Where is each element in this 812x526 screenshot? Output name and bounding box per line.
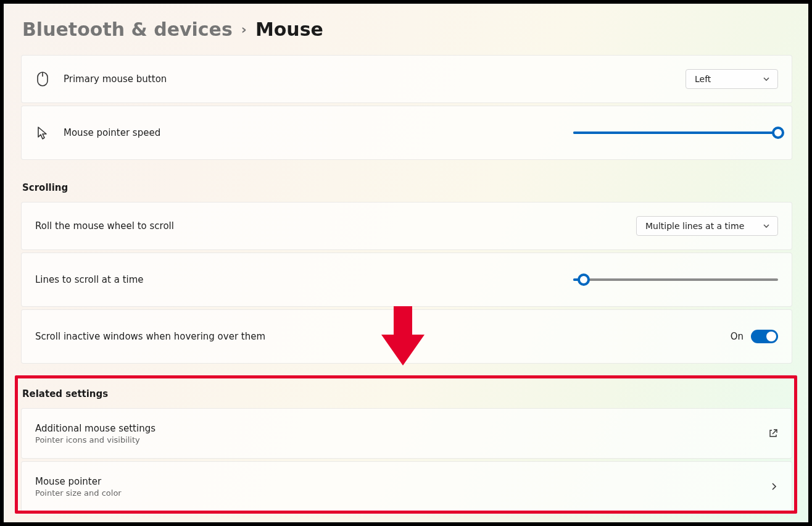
page-title: Mouse bbox=[255, 19, 323, 40]
section-header-scrolling: Scrolling bbox=[22, 182, 792, 193]
setting-label: Scroll inactive windows when hovering ov… bbox=[35, 331, 717, 342]
chevron-down-icon bbox=[763, 75, 770, 83]
breadcrumb-parent[interactable]: Bluetooth & devices bbox=[22, 19, 233, 40]
slider-thumb[interactable] bbox=[772, 127, 784, 139]
chevron-right-icon bbox=[769, 482, 778, 491]
link-title: Mouse pointer bbox=[35, 476, 122, 487]
breadcrumb: Bluetooth & devices › Mouse bbox=[21, 19, 792, 40]
setting-primary-mouse-button: Primary mouse button Left bbox=[21, 55, 792, 103]
related-mouse-pointer[interactable]: Mouse pointer Pointer size and color bbox=[21, 461, 792, 512]
dropdown-value: Left bbox=[695, 74, 711, 84]
setting-label: Roll the mouse wheel to scroll bbox=[35, 220, 623, 232]
toggle-knob bbox=[766, 332, 776, 341]
setting-scroll-inactive: Scroll inactive windows when hovering ov… bbox=[21, 309, 792, 364]
cursor-icon bbox=[35, 126, 50, 140]
pointer-speed-slider[interactable] bbox=[573, 127, 778, 139]
chevron-down-icon bbox=[763, 222, 770, 230]
setting-label: Primary mouse button bbox=[64, 73, 672, 85]
setting-pointer-speed: Mouse pointer speed bbox=[21, 106, 792, 160]
section-header-related: Related settings bbox=[22, 388, 792, 399]
primary-button-dropdown[interactable]: Left bbox=[686, 69, 778, 89]
lines-slider[interactable] bbox=[573, 273, 778, 286]
toggle-state-text: On bbox=[731, 331, 744, 342]
setting-wheel-mode: Roll the mouse wheel to scroll Multiple … bbox=[21, 202, 792, 250]
wheel-mode-dropdown[interactable]: Multiple lines at a time bbox=[636, 216, 778, 236]
setting-label: Mouse pointer speed bbox=[64, 127, 560, 138]
settings-mouse-page: Bluetooth & devices › Mouse Primary mous… bbox=[4, 4, 808, 522]
scroll-inactive-toggle[interactable] bbox=[751, 330, 778, 343]
link-desc: Pointer icons and visibility bbox=[35, 435, 155, 445]
link-desc: Pointer size and color bbox=[35, 488, 122, 498]
chevron-right-icon: › bbox=[241, 22, 247, 37]
slider-thumb[interactable] bbox=[578, 273, 590, 286]
related-additional-mouse-settings[interactable]: Additional mouse settings Pointer icons … bbox=[21, 408, 792, 459]
link-title: Additional mouse settings bbox=[35, 423, 155, 434]
dropdown-value: Multiple lines at a time bbox=[645, 221, 744, 231]
setting-lines-to-scroll: Lines to scroll at a time bbox=[21, 253, 792, 307]
external-link-icon bbox=[768, 428, 778, 438]
mouse-icon bbox=[35, 72, 50, 86]
setting-label: Lines to scroll at a time bbox=[35, 274, 560, 285]
